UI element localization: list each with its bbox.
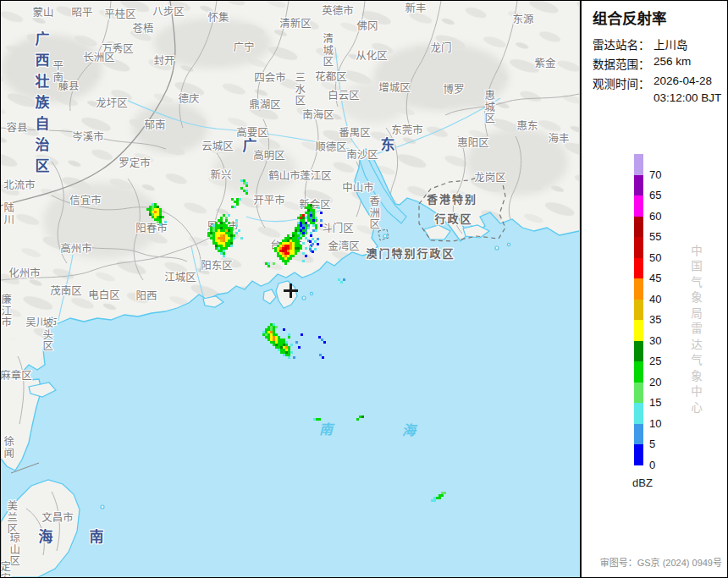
colorbar-segment bbox=[634, 341, 643, 362]
colorbar-tick-labels: 7065605550454035302520151050 bbox=[649, 154, 683, 472]
map-canvas: 蒙山昭平平桂区八步区苍梧万秀区长洲区封开藤县龙圩区德庆郁南容县岑溪市云城区罗定市… bbox=[1, 1, 580, 577]
station-value: 上川岛 bbox=[654, 36, 688, 52]
info-panel: 组合反射率 雷达站名： 上川岛 数据范围： 256 km 观测时间： 2026-… bbox=[580, 1, 727, 577]
range-label: 数据范围： bbox=[593, 55, 650, 72]
colorbar-segment bbox=[634, 258, 643, 279]
map-approval-number: 审图号：GS京 (2024) 0949号 bbox=[600, 555, 722, 569]
colorbar-segment bbox=[634, 217, 643, 238]
time-value-date: 2026-04-28 bbox=[654, 74, 712, 87]
colorbar-segment bbox=[634, 237, 643, 258]
colorbar-tick-label: 30 bbox=[649, 334, 661, 348]
radar-product-window: 蒙山昭平平桂区八步区苍梧万秀区长洲区封开藤县龙圩区德庆郁南容县岑溪市云城区罗定市… bbox=[0, 0, 728, 578]
colorbar-segment bbox=[634, 300, 643, 321]
colorbar-segment bbox=[634, 444, 643, 465]
colorbar-segment bbox=[634, 195, 643, 217]
colorbar-segment bbox=[634, 320, 643, 341]
colorbar-tick-label: 5 bbox=[649, 438, 655, 451]
colorbar bbox=[634, 154, 643, 465]
range-value: 256 km bbox=[654, 55, 691, 68]
watermark: 中国气象局雷达气象中心 bbox=[687, 245, 703, 417]
radar-station-cross-icon bbox=[284, 283, 298, 298]
colorbar-tick-label: 0 bbox=[649, 459, 655, 472]
product-title: 组合反射率 bbox=[593, 7, 667, 28]
station-label: 雷达站名： bbox=[593, 36, 650, 52]
colorbar-tick-label: 55 bbox=[649, 230, 661, 244]
colorbar-tick-label: 10 bbox=[649, 417, 661, 431]
colorbar-tick-label: 60 bbox=[649, 210, 661, 223]
colorbar-segment bbox=[634, 403, 643, 424]
colorbar-segment bbox=[634, 424, 643, 445]
colorbar-tick-label: 25 bbox=[649, 355, 661, 368]
colorbar-segment bbox=[634, 278, 643, 300]
time-value-clock: 03:12:00 BJT bbox=[654, 91, 721, 104]
colorbar-unit: dBZ bbox=[632, 476, 653, 489]
colorbar-tick-label: 50 bbox=[649, 251, 661, 265]
time-label: 观测时间： bbox=[593, 74, 650, 91]
colorbar-tick-label: 70 bbox=[649, 168, 661, 182]
colorbar-tick-label: 15 bbox=[649, 396, 661, 410]
colorbar-segment bbox=[634, 361, 643, 383]
colorbar-tick-label: 45 bbox=[649, 272, 661, 285]
colorbar-segment bbox=[634, 154, 643, 175]
colorbar-segment bbox=[634, 175, 643, 196]
colorbar-tick-label: 20 bbox=[649, 376, 661, 389]
colorbar-tick-label: 65 bbox=[649, 189, 661, 202]
colorbar-segment bbox=[634, 383, 643, 404]
colorbar-tick-label: 40 bbox=[649, 293, 661, 306]
colorbar-tick-label: 35 bbox=[649, 313, 661, 327]
